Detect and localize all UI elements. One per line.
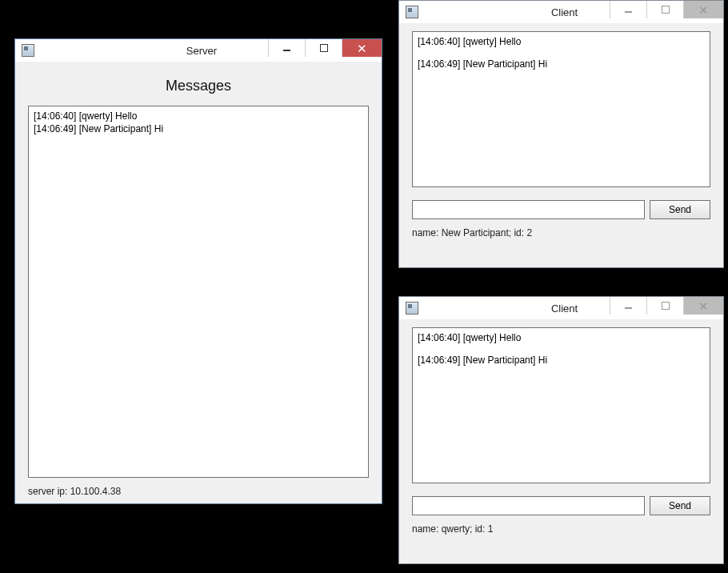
client1-message-list[interactable]: [14:06:40] [qwerty] Hello [14:06:49] [Ne… — [412, 31, 710, 187]
client1-status: name: New Participant; id: 2 — [412, 219, 710, 238]
message-line: [14:06:40] [qwerty] Hello — [418, 331, 705, 344]
window-controls: ✕ — [268, 39, 382, 57]
client1-titlebar[interactable]: Client ✕ — [399, 1, 723, 23]
messages-heading: Messages — [28, 78, 369, 94]
maximize-button[interactable] — [305, 39, 342, 57]
message-line: [14:06:40] [qwerty] Hello — [418, 35, 705, 48]
server-message-list[interactable]: [14:06:40] [qwerty] Hello [14:06:49] [Ne… — [28, 106, 369, 478]
message-line: [14:06:40] [qwerty] Hello — [34, 110, 363, 122]
send-button[interactable]: Send — [650, 496, 710, 515]
close-button[interactable]: ✕ — [342, 39, 382, 57]
message-line: [14:06:49] [New Participant] Hi — [418, 58, 705, 70]
send-row: Send — [412, 496, 710, 515]
client1-window: Client ✕ [14:06:40] [qwerty] Hello [14:0… — [398, 0, 724, 268]
send-row: Send — [412, 200, 710, 219]
server-window: Server ✕ Messages [14:06:40] [qwerty] He… — [14, 38, 382, 504]
close-button[interactable]: ✕ — [683, 1, 723, 18]
close-icon: ✕ — [698, 4, 709, 16]
message-input[interactable] — [412, 200, 645, 219]
server-body: Messages [14:06:40] [qwerty] Hello [14:0… — [15, 62, 382, 503]
message-input[interactable] — [412, 496, 645, 515]
client1-body: [14:06:40] [qwerty] Hello [14:06:49] [Ne… — [399, 23, 723, 267]
client2-status: name: qwerty; id: 1 — [412, 515, 710, 535]
client2-window: Client ✕ [14:06:40] [qwerty] Hello [14:0… — [398, 296, 724, 564]
minimize-button[interactable] — [268, 39, 305, 57]
client2-titlebar[interactable]: Client ✕ — [399, 297, 723, 319]
window-icon — [406, 6, 418, 18]
window-icon — [406, 302, 418, 315]
window-controls: ✕ — [610, 297, 723, 315]
close-button[interactable]: ✕ — [683, 297, 723, 315]
message-line: [14:06:49] [New Participant] Hi — [34, 122, 363, 135]
minimize-button[interactable] — [610, 1, 646, 18]
maximize-button[interactable] — [646, 297, 683, 315]
server-titlebar[interactable]: Server ✕ — [15, 39, 382, 62]
server-status: server ip: 10.100.4.38 — [28, 478, 369, 497]
window-controls: ✕ — [610, 1, 723, 18]
close-icon: ✕ — [357, 42, 367, 54]
client2-body: [14:06:40] [qwerty] Hello [14:06:49] [Ne… — [399, 319, 723, 563]
send-button[interactable]: Send — [650, 200, 710, 219]
client2-message-list[interactable]: [14:06:40] [qwerty] Hello [14:06:49] [Ne… — [412, 327, 710, 483]
minimize-button[interactable] — [610, 297, 646, 315]
close-icon: ✕ — [698, 300, 709, 312]
message-line: [14:06:49] [New Participant] Hi — [418, 354, 705, 367]
window-icon — [22, 44, 34, 57]
maximize-button[interactable] — [646, 1, 683, 18]
